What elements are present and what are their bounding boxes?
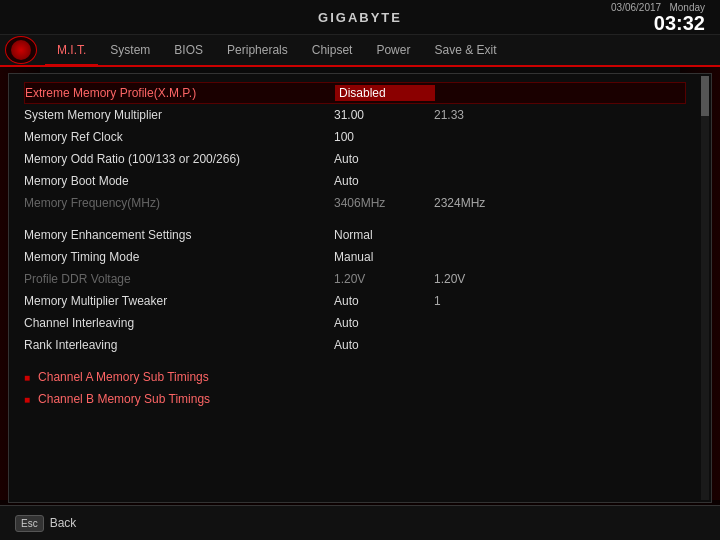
setting-val1-sys-mem-mult: 31.00: [334, 108, 434, 122]
setting-val1-mem-enhance: Normal: [334, 228, 434, 242]
setting-name-mem-timing-mode: Memory Timing Mode: [24, 250, 334, 264]
setting-val2-mem-freq: 2324MHz: [434, 196, 485, 210]
scrollbar[interactable]: [701, 76, 709, 500]
scroll-thumb[interactable]: [701, 76, 709, 116]
setting-xmp[interactable]: Extreme Memory Profile(X.M.P.) Disabled: [24, 82, 686, 104]
channel-a-subtiming-label: Channel A Memory Sub Timings: [38, 370, 209, 384]
setting-name-mem-freq: Memory Frequency(MHz): [24, 196, 334, 210]
setting-mem-odd-ratio[interactable]: Memory Odd Ratio (100/133 or 200/266) Au…: [24, 148, 686, 170]
nav-item-chipset[interactable]: Chipset: [300, 35, 365, 65]
back-label: Back: [50, 516, 77, 530]
setting-val2-sys-mem-mult: 21.33: [434, 108, 464, 122]
setting-rank-interleaving[interactable]: Rank Interleaving Auto: [24, 334, 686, 356]
setting-val-xmp: Disabled: [335, 85, 435, 101]
channel-b-bullet-icon: ■: [24, 394, 30, 405]
nav-item-save-exit[interactable]: Save & Exit: [422, 35, 508, 65]
setting-val2-profile-ddr-voltage: 1.20V: [434, 272, 465, 286]
setting-channel-interleaving[interactable]: Channel Interleaving Auto: [24, 312, 686, 334]
setting-val1-profile-ddr-voltage: 1.20V: [334, 272, 434, 286]
setting-name-xmp: Extreme Memory Profile(X.M.P.): [25, 86, 335, 100]
navbar: M.I.T. System BIOS Peripherals Chipset P…: [0, 35, 720, 67]
setting-val1-mem-odd-ratio: Auto: [334, 152, 434, 166]
channel-a-subtiming-link[interactable]: ■ Channel A Memory Sub Timings: [24, 366, 686, 388]
setting-name-mem-ref-clock: Memory Ref Clock: [24, 130, 334, 144]
bottombar: Esc Back: [0, 505, 720, 540]
setting-name-mem-enhance: Memory Enhancement Settings: [24, 228, 334, 242]
setting-val1-mem-ref-clock: 100: [334, 130, 434, 144]
esc-key[interactable]: Esc: [15, 515, 44, 532]
setting-name-mem-mult-tweaker: Memory Multiplier Tweaker: [24, 294, 334, 308]
setting-val1-channel-interleaving: Auto: [334, 316, 434, 330]
nav-item-system[interactable]: System: [98, 35, 162, 65]
spacer2: [24, 356, 686, 366]
setting-name-sys-mem-mult: System Memory Multiplier: [24, 108, 334, 122]
setting-mem-timing-mode[interactable]: Memory Timing Mode Manual: [24, 246, 686, 268]
setting-mem-enhance[interactable]: Memory Enhancement Settings Normal: [24, 224, 686, 246]
setting-val1-rank-interleaving: Auto: [334, 338, 434, 352]
logo-inner: [11, 40, 31, 60]
setting-profile-ddr-voltage: Profile DDR Voltage 1.20V 1.20V: [24, 268, 686, 290]
setting-val1-mem-boot-mode: Auto: [334, 174, 434, 188]
setting-name-mem-odd-ratio: Memory Odd Ratio (100/133 or 200/266): [24, 152, 334, 166]
app-title: GIGABYTE: [318, 10, 402, 25]
header: GIGABYTE 03/06/2017 Monday 03:32: [0, 0, 720, 35]
setting-mem-freq: Memory Frequency(MHz) 3406MHz 2324MHz: [24, 192, 686, 214]
setting-name-rank-interleaving: Rank Interleaving: [24, 338, 334, 352]
datetime-display: 03/06/2017 Monday 03:32: [611, 2, 705, 33]
datetime-time: 03:32: [611, 13, 705, 33]
setting-val2-mem-mult-tweaker: 1: [434, 294, 441, 308]
setting-val1-mem-mult-tweaker: Auto: [334, 294, 434, 308]
channel-b-subtiming-label: Channel B Memory Sub Timings: [38, 392, 210, 406]
channel-b-subtiming-link[interactable]: ■ Channel B Memory Sub Timings: [24, 388, 686, 410]
setting-mem-mult-tweaker[interactable]: Memory Multiplier Tweaker Auto 1: [24, 290, 686, 312]
nav-item-bios[interactable]: BIOS: [162, 35, 215, 65]
setting-val1-mem-freq: 3406MHz: [334, 196, 434, 210]
main-content: Extreme Memory Profile(X.M.P.) Disabled …: [8, 73, 712, 503]
settings-panel: Extreme Memory Profile(X.M.P.) Disabled …: [9, 74, 701, 418]
setting-name-mem-boot-mode: Memory Boot Mode: [24, 174, 334, 188]
channel-a-bullet-icon: ■: [24, 372, 30, 383]
nav-item-peripherals[interactable]: Peripherals: [215, 35, 300, 65]
setting-val1-mem-timing-mode: Manual: [334, 250, 434, 264]
setting-sys-mem-mult[interactable]: System Memory Multiplier 31.00 21.33: [24, 104, 686, 126]
setting-name-profile-ddr-voltage: Profile DDR Voltage: [24, 272, 334, 286]
setting-mem-boot-mode[interactable]: Memory Boot Mode Auto: [24, 170, 686, 192]
setting-mem-ref-clock[interactable]: Memory Ref Clock 100: [24, 126, 686, 148]
brand-logo: [5, 36, 37, 64]
setting-name-channel-interleaving: Channel Interleaving: [24, 316, 334, 330]
nav-item-mit[interactable]: M.I.T.: [45, 36, 98, 66]
spacer1: [24, 214, 686, 224]
nav-item-power[interactable]: Power: [364, 35, 422, 65]
